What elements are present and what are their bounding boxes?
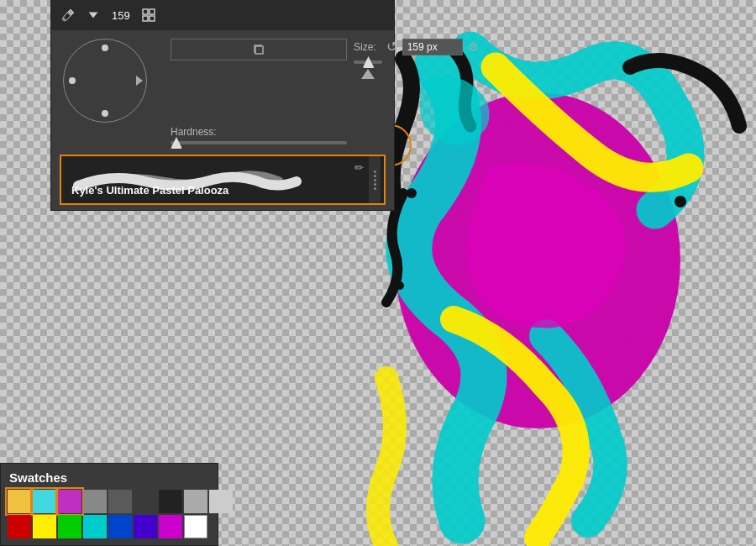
svg-point-1 bbox=[407, 188, 417, 198]
brush-count-label: 159 bbox=[112, 9, 130, 22]
swatch-lightgray[interactable] bbox=[184, 490, 207, 513]
swatches-title: Swatches bbox=[1, 464, 218, 490]
hardness-label: Hardness: bbox=[171, 126, 222, 138]
brush-controls: Size: ↺ ⚙ Hardness: bbox=[51, 30, 394, 150]
svg-rect-8 bbox=[143, 16, 148, 21]
control-handle-bottom[interactable] bbox=[102, 110, 108, 117]
swatch-row-2 bbox=[8, 515, 211, 538]
size-slider[interactable] bbox=[354, 60, 382, 64]
swatch-gray3[interactable] bbox=[134, 490, 157, 513]
swatch-dark[interactable] bbox=[159, 490, 182, 513]
settings-button[interactable] bbox=[139, 5, 159, 25]
swatch-magenta2[interactable] bbox=[159, 515, 182, 538]
swatch-blue[interactable] bbox=[108, 515, 132, 538]
brush-scroll[interactable] bbox=[369, 156, 381, 203]
swatch-gray2[interactable] bbox=[108, 490, 132, 513]
brush-tool-button[interactable] bbox=[58, 5, 78, 25]
brush-dropdown-button[interactable] bbox=[83, 5, 103, 25]
swatch-yellow[interactable] bbox=[8, 490, 31, 513]
size-input[interactable] bbox=[402, 39, 463, 55]
size-control: Size: ↺ ⚙ bbox=[354, 39, 382, 79]
swatch-magenta[interactable] bbox=[58, 490, 81, 513]
size-gear-button[interactable]: ⚙ bbox=[468, 40, 479, 54]
size-reset-button[interactable]: ↺ bbox=[386, 40, 397, 54]
control-handle-left[interactable] bbox=[69, 77, 76, 84]
control-arrow-right bbox=[136, 76, 143, 86]
swatches-grid bbox=[1, 490, 218, 542]
swatch-row-1 bbox=[8, 490, 211, 513]
swatch-red[interactable] bbox=[8, 515, 31, 538]
swatch-white[interactable] bbox=[184, 515, 207, 538]
brush-circle-preview bbox=[63, 39, 147, 123]
swatch-cyan[interactable] bbox=[33, 490, 56, 513]
svg-point-4 bbox=[62, 18, 66, 21]
brush-name-label: Kyle's Ultimate Pastel Palooza bbox=[65, 181, 235, 200]
brush-tool-panel: 159 Size: ↺ ⚙ bbox=[50, 0, 395, 211]
svg-rect-10 bbox=[255, 46, 263, 54]
brush-preview-strip[interactable]: ✏ Kyle's Ultimate Pastel Palooza bbox=[60, 155, 386, 205]
swatches-panel: Swatches bbox=[0, 463, 218, 546]
brush-edit-icon[interactable]: ✏ bbox=[354, 161, 364, 174]
control-handle-top[interactable] bbox=[102, 45, 108, 51]
svg-marker-5 bbox=[89, 12, 98, 18]
swatch-yellow2[interactable] bbox=[33, 515, 56, 538]
swatch-gray1[interactable] bbox=[83, 490, 107, 513]
svg-rect-9 bbox=[150, 16, 155, 21]
size-label: Size: bbox=[354, 41, 381, 53]
svg-point-3 bbox=[675, 196, 686, 207]
svg-rect-6 bbox=[143, 9, 148, 14]
swatch-lighter[interactable] bbox=[209, 490, 233, 513]
svg-point-2 bbox=[396, 281, 404, 290]
copy-button[interactable] bbox=[171, 39, 347, 60]
hardness-slider[interactable] bbox=[171, 141, 347, 144]
brush-toolbar: 159 bbox=[51, 0, 394, 30]
swatch-green[interactable] bbox=[58, 515, 81, 538]
svg-rect-7 bbox=[150, 9, 155, 14]
swatch-cyan2[interactable] bbox=[83, 515, 107, 538]
swatch-violet[interactable] bbox=[134, 515, 157, 538]
